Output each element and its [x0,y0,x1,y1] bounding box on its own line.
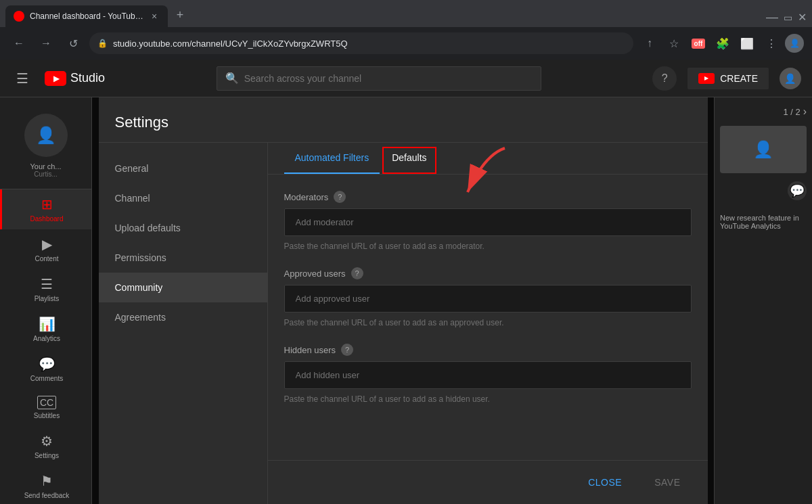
create-button[interactable]: CREATE [687,68,769,89]
new-tab-button[interactable]: + [171,5,189,24]
settings-nav-permissions[interactable]: Permissions [99,243,267,273]
hidden-users-input[interactable] [284,361,692,389]
content-icon: ▶ [42,236,52,252]
refresh-button[interactable]: ↺ [62,32,84,54]
share-icon[interactable]: ↑ [639,32,660,54]
close-button[interactable]: CLOSE [577,472,633,493]
settings-nav-general[interactable]: General [99,154,267,183]
modal-body: General Channel Upload defaults Permissi… [99,143,708,504]
address-bar[interactable]: 🔒 studio.youtube.com/channel/UCvY_ilCkXo… [89,32,633,54]
sidebar-item-comments[interactable]: 💬 Comments [0,349,91,389]
tab-defaults[interactable]: Defaults [382,147,436,174]
comments-icon: 💬 [39,356,55,372]
right-panel: 1 / 2 › 👤 💬 New research feature in YouT… [714,97,812,504]
approved-users-field: Approved users ? Paste the channel URL o… [284,267,692,327]
settings-tabs: Automated Filters Defaults [268,143,708,175]
create-label: CREATE [720,73,758,84]
sidebar-label-analytics: Analytics [33,335,60,342]
moderators-input[interactable] [284,208,692,236]
moderators-help-icon[interactable]: ? [334,191,346,203]
right-panel-next-icon[interactable]: › [803,106,807,118]
sidebar-label-comments: Comments [30,375,63,382]
settings-nav-channel[interactable]: Channel [99,183,267,213]
sidebar-item-subtitles[interactable]: CC Subtitles [0,389,91,426]
search-bar[interactable]: 🔍 [217,66,541,91]
message-icon[interactable]: 💬 [788,181,807,200]
settings-modal: Settings General Channel Upload defaults… [99,97,708,504]
right-panel-header: 1 / 2 › [720,103,807,120]
sidebar-item-analytics[interactable]: 📊 Analytics [0,309,91,349]
playlists-icon: ☰ [41,276,53,292]
close-tab-button[interactable]: × [149,11,160,22]
search-icon: 🔍 [225,72,239,85]
sidebar-label-feedback: Send feedback [24,492,70,499]
toolbar-right: ↑ ☆ off 🧩 ⬜ ⋮ 👤 [639,32,804,54]
save-button[interactable]: SAVE [644,472,691,493]
url-text: studio.youtube.com/channel/UCvY_ilCkXoZY… [113,39,625,49]
modal-header: Settings [99,97,708,143]
settings-tab-panel: Moderators ? Paste the channel URL of a … [268,175,708,460]
back-button[interactable]: ← [8,32,30,54]
browser-chrome: Channel dashboard - YouTube S... × + — ▭… [0,0,812,60]
analytics-icon: 📊 [39,316,55,332]
approved-users-input[interactable] [284,285,692,313]
sidebar-item-feedback[interactable]: ⚑ Send feedback [0,466,91,504]
minimize-button[interactable]: — [766,10,778,24]
hidden-users-help-icon[interactable]: ? [341,344,353,356]
hidden-users-label: Hidden users ? [284,344,692,356]
extension-icon-red[interactable]: off [687,32,709,54]
sidebar-icon[interactable]: ⬜ [736,32,758,54]
maximize-button[interactable]: ▭ [784,12,792,23]
help-button[interactable]: ? [652,66,677,91]
subtitles-icon: CC [37,396,56,409]
sidebar-item-content[interactable]: ▶ Content [0,229,91,269]
lock-icon: 🔒 [97,39,108,48]
sidebar-label-playlists: Playlists [35,295,60,302]
settings-nav-community[interactable]: Community [99,273,267,302]
sidebar-item-dashboard[interactable]: ⊞ Dashboard [0,189,91,229]
main-layout: 👤 Your ch... Curtis... ⊞ Dashboard ▶ Con… [0,97,812,504]
browser-profile-icon[interactable]: 👤 [785,34,804,53]
content-area: Settings General Channel Upload defaults… [92,97,714,504]
modal-overlay: Settings General Channel Upload defaults… [92,97,714,504]
extensions-icon[interactable]: 🧩 [712,32,734,54]
modal-footer: CLOSE SAVE [268,460,708,504]
approved-users-label: Approved users ? [284,267,692,279]
hidden-users-field: Hidden users ? Paste the channel URL of … [284,344,692,404]
channel-info: 👤 Your ch... Curtis... [0,103,91,189]
forward-button[interactable]: → [35,32,57,54]
settings-nav-upload-defaults[interactable]: Upload defaults [99,213,267,243]
settings-icon: ⚙ [41,433,53,449]
channel-handle: Curtis... [5,170,86,178]
settings-nav: General Channel Upload defaults Permissi… [99,143,268,504]
sidebar-item-playlists[interactable]: ☰ Playlists [0,269,91,309]
sidebar-label-subtitles: Subtitles [34,412,60,419]
youtube-studio-app: ☰ Studio 🔍 ? CREATE 👤 👤 Your ch... [0,60,812,504]
settings-nav-agreements[interactable]: Agreements [99,302,267,332]
topbar: ☰ Studio 🔍 ? CREATE 👤 [0,60,812,97]
sidebar-label-content: Content [35,255,58,262]
right-panel-action-icon: 💬 [720,179,807,203]
channel-name: Your ch... [5,162,86,170]
tab-automated-filters[interactable]: Automated Filters [284,143,380,174]
yt-logo-icon [45,71,66,86]
topbar-right: ? CREATE 👤 [652,66,801,91]
sidebar-item-settings[interactable]: ⚙ Settings [0,426,91,466]
moderators-label: Moderators ? [284,191,692,203]
hamburger-menu[interactable]: ☰ [11,65,34,92]
channel-avatar[interactable]: 👤 [24,114,68,157]
right-panel-feature-text: New research feature in YouTube Analytic… [720,214,807,230]
bookmark-icon[interactable]: ☆ [663,32,685,54]
user-avatar[interactable]: 👤 [780,68,801,89]
yt-studio-label: Studio [70,71,105,85]
approved-users-help-icon[interactable]: ? [351,267,363,279]
sidebar-label-settings: Settings [35,452,59,459]
menu-icon[interactable]: ⋮ [761,32,782,54]
search-input[interactable] [244,73,533,84]
yt-logo[interactable]: Studio [45,71,105,86]
moderators-field: Moderators ? Paste the channel URL of a … [284,191,692,251]
active-tab[interactable]: Channel dashboard - YouTube S... × [5,5,168,27]
sidebar-label-dashboard: Dashboard [30,215,64,223]
modal-title: Settings [115,114,169,131]
close-browser-button[interactable]: ✕ [798,11,807,24]
